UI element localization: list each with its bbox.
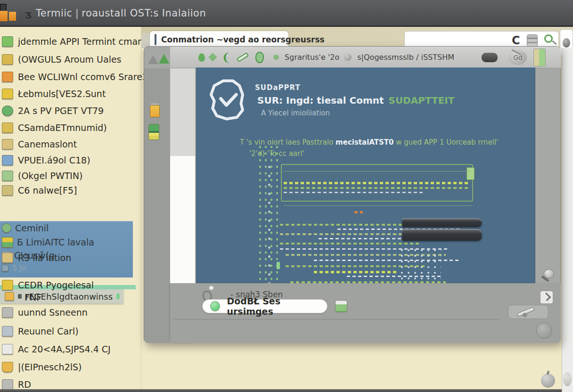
confirm-button[interactable]: DodBŁ Ses ursimges xyxy=(202,299,327,313)
title-doc: roaustall OST:s Inalaiion xyxy=(82,8,206,19)
pipe-bar-top xyxy=(402,218,482,227)
tray-icon xyxy=(2,139,13,149)
battery-icon[interactable] xyxy=(148,124,159,140)
monitor-icon xyxy=(2,36,13,47)
tab-document-icon xyxy=(155,34,156,45)
sidebar-item[interactable]: |(EIPnesch2lS) xyxy=(0,359,141,375)
sidebar-item[interactable]: VPUEI.á9ol C18) xyxy=(0,153,141,168)
sidebar-item[interactable]: Łebmuls[VES2.Sunt xyxy=(0,86,141,101)
sidebar-item[interactable]: uunnd Ssneenn xyxy=(0,305,141,320)
layers-icon xyxy=(2,280,13,290)
sidebar-menu: jdemmle APPI Termint cmanta) (OWGULS Aro… xyxy=(0,27,141,392)
pipe-bar-bottom xyxy=(402,229,482,241)
columns-icon[interactable] xyxy=(533,49,546,66)
sidebar-item[interactable]: jdemmle APPI Termint cmanta) xyxy=(0,34,141,49)
pen-tool-button[interactable] xyxy=(508,305,548,319)
paren-icon[interactable]: ❨ xyxy=(221,53,231,62)
sphere-icon[interactable] xyxy=(344,54,352,61)
package-icon xyxy=(2,89,13,99)
corner-button[interactable] xyxy=(540,291,553,304)
document-tab[interactable]: Conmatrion ~vegd ao reorsgreusrss xyxy=(150,31,288,48)
terminal-message-line1: T 's vin oiort laes Pasttralo mecistalAT… xyxy=(240,138,498,147)
sidebar-item[interactable]: (Okgel PWTIN) xyxy=(0,168,141,183)
disk-icon xyxy=(2,185,13,196)
sidebar-item-subline[interactable]: FNF xyxy=(0,290,141,305)
divider xyxy=(174,319,499,320)
toolbar-status-right: s|Qogessmsslb / iSSTSHM xyxy=(357,53,454,62)
usb-drive-icon[interactable] xyxy=(150,105,160,117)
rings-icon xyxy=(2,106,13,116)
dot-icon xyxy=(2,265,8,271)
orb-icon xyxy=(563,38,570,48)
app-icon-orange-small xyxy=(9,12,16,21)
gd-badge-icon[interactable]: Gd xyxy=(509,50,527,65)
layers-icon[interactable] xyxy=(527,34,538,47)
sidebar-item[interactable]: C6 nalwe[F5] xyxy=(0,183,141,198)
beaker-icon xyxy=(2,54,13,65)
folder-icon xyxy=(2,72,13,82)
title-app: Termiic xyxy=(36,8,73,19)
app-icon-orange-large xyxy=(0,11,8,21)
sidebar-item[interactable]: R3 lla intion xyxy=(0,250,141,265)
package-button[interactable] xyxy=(335,300,347,312)
dark-pill-button[interactable] xyxy=(482,53,498,62)
window-toolbar: ❨ Sgraritus'e '2o s|Qogessmsslb / iSSTSH… xyxy=(170,47,561,68)
plant-icon xyxy=(2,171,13,181)
pencil-icon[interactable] xyxy=(237,52,249,62)
window-left-rail xyxy=(144,68,170,343)
window-bottom-bar: - snah3 Sben DodBŁ Ses ursimges xyxy=(170,283,561,343)
title-separator: | xyxy=(75,8,79,19)
selected-line[interactable]: Б LimiAITC lavala xyxy=(2,237,94,247)
app-window-icon xyxy=(2,307,13,318)
sidebar-item[interactable]: CSamdaETmnumid) xyxy=(0,120,141,135)
orb-icon xyxy=(2,223,11,233)
scroll-track-top[interactable] xyxy=(170,68,195,156)
page-scrollbar[interactable] xyxy=(562,48,573,392)
window-titlebar: Ӡ Termiic|roaustall OST:s Inalaiion xyxy=(0,0,573,27)
card-icon xyxy=(2,326,13,336)
verified-badge-icon xyxy=(208,78,248,122)
sidebar-item[interactable]: Ac 20<4A,SJPS4.4 CJ xyxy=(0,342,141,357)
toolbar-status-left: Sgraritus'e '2o xyxy=(285,53,339,62)
green-triangle-icon[interactable] xyxy=(159,54,169,64)
scrollbar-thumb[interactable] xyxy=(563,372,572,386)
sidebar-item[interactable]: Bee WCLIWnl ccomv6 Srare3 xyxy=(0,69,141,84)
terminal-panel: SUDaPPRT SUR: Ingd: tiesal ComntSUDAPTTE… xyxy=(196,67,535,283)
key-icon xyxy=(2,122,13,133)
display-icon xyxy=(2,155,13,165)
sidebar-item[interactable]: Canemaslont xyxy=(0,137,141,152)
dialog-kicker: SUDaPPRT xyxy=(255,83,301,92)
sphere-ornament-icon xyxy=(541,374,555,388)
search-icon[interactable] xyxy=(543,33,554,48)
sidebar-item[interactable]: Reuunel Carl) xyxy=(0,324,141,339)
note-icon xyxy=(2,253,13,263)
progress-cap xyxy=(467,167,475,180)
scroll-track-bottom[interactable] xyxy=(170,156,195,284)
dialog-title: SUR: Ingd: tiesal ComntSUDAPTTEIT xyxy=(257,95,454,106)
jar-icon[interactable] xyxy=(255,52,264,63)
droplet-icon[interactable] xyxy=(198,53,205,62)
gray-triangle-icon[interactable] xyxy=(148,55,158,64)
sidebar-selected-block[interactable]: Ceminil Б LimiAITC lavala C'cusŵ(g S Jo. xyxy=(0,221,133,278)
window-title: Termiic|roaustall OST:s Inalaiion xyxy=(36,8,206,19)
diamond-icon[interactable] xyxy=(208,53,217,61)
installer-window: ❨ Sgraritus'e '2o s|Qogessmsslb / iSSTSH… xyxy=(144,46,561,343)
page-icon xyxy=(2,344,13,354)
stack-icon xyxy=(2,237,13,247)
folder-sphere-icon xyxy=(2,362,13,372)
dialog-subtitle: A Yiecel imioliiation xyxy=(261,109,330,117)
sidebar-item[interactable]: (OWGULS Aroum Uales xyxy=(0,52,141,67)
bottom-edge xyxy=(0,389,562,392)
zoom-icon[interactable] xyxy=(540,269,557,288)
green-led-icon xyxy=(210,301,220,311)
selected-line[interactable]: Ceminil xyxy=(2,223,49,233)
dot-icon[interactable] xyxy=(273,55,279,60)
book-icon xyxy=(2,379,13,390)
title-glyph-icon: Ӡ xyxy=(25,10,32,19)
sidebar-item[interactable]: 2A s PV PGET VT79 xyxy=(0,103,141,118)
refresh-icon[interactable]: C xyxy=(512,34,520,47)
round-button[interactable] xyxy=(536,323,552,339)
